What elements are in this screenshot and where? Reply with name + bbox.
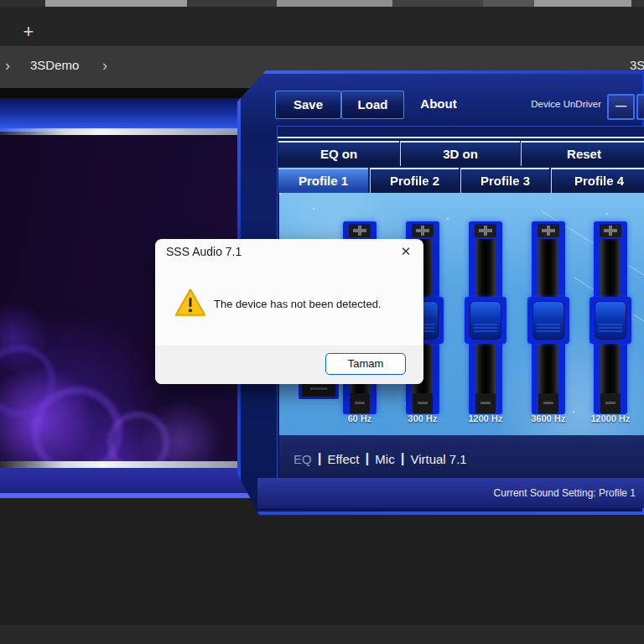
menu-separator: |: [401, 450, 405, 467]
eq-on-button[interactable]: EQ on: [278, 141, 399, 166]
device-status-label: Device UnDriver: [502, 91, 601, 117]
chevron-right-icon[interactable]: ›: [5, 56, 10, 75]
tab-profile-1[interactable]: Profile 1: [278, 168, 368, 193]
load-button[interactable]: Load: [341, 91, 404, 119]
drag-handle-icon[interactable]: [475, 224, 496, 237]
drag-handle-icon[interactable]: [349, 224, 371, 237]
ok-button[interactable]: Tamam: [325, 353, 406, 375]
close-icon[interactable]: ✕: [397, 243, 414, 260]
dialog-title: SSS Audio 7.1: [166, 245, 242, 258]
tab-bar: +: [0, 7, 644, 47]
breadcrumb-item[interactable]: 3SDemo: [30, 58, 79, 72]
thumbnail-strip: [0, 0, 644, 7]
slider-bottom-cap: [600, 393, 621, 413]
message-dialog: SSS Audio 7.1 ✕ The device has not been …: [155, 239, 423, 384]
tab-profile-3[interactable]: Profile 3: [460, 168, 549, 193]
save-button[interactable]: Save: [275, 91, 341, 119]
eq-slider-thumb[interactable]: [595, 301, 626, 340]
menu-item-virtual71[interactable]: Virtual 7.1: [410, 452, 466, 466]
breadcrumb-clipped-text: 3S: [630, 58, 644, 72]
eq-band-label: 300 Hz: [393, 413, 452, 423]
menu-separator: |: [366, 450, 370, 467]
menu-separator: |: [318, 450, 322, 467]
new-tab-icon[interactable]: +: [18, 22, 39, 42]
slider-bottom-cap: [350, 393, 370, 413]
drag-handle-icon[interactable]: [538, 224, 559, 237]
menu-item-eq[interactable]: EQ: [293, 452, 312, 466]
eq-band-label: 60 Hz: [330, 413, 389, 423]
chevron-right-icon[interactable]: ›: [102, 56, 107, 75]
menu-item-mic[interactable]: Mic: [375, 452, 394, 466]
eq-band-label: 3600 Hz: [519, 413, 578, 423]
minimize-button[interactable]: —: [607, 94, 635, 120]
eq-slider-thumb[interactable]: [470, 301, 501, 340]
sparkle-decoration: [279, 193, 281, 195]
drag-handle-icon[interactable]: [600, 224, 621, 237]
warning-icon: [174, 286, 207, 319]
eq-band-label: 1200 Hz: [456, 413, 515, 423]
eq-band-label: 12000 Hz: [581, 413, 640, 423]
3d-on-button[interactable]: 3D on: [400, 141, 520, 166]
status-bar: Current Sound Setting: Profile 1: [257, 478, 644, 508]
panel-top-line: [278, 137, 644, 138]
drag-handle-icon[interactable]: [412, 224, 434, 237]
about-button[interactable]: About: [409, 91, 468, 117]
slider-bottom-cap: [538, 393, 558, 413]
bottom-menu: EQ | Effect | Mic | Virtual 7.1: [279, 435, 644, 482]
dialog-message: The device has not been detected.: [214, 298, 407, 310]
window-control-partial[interactable]: [636, 94, 644, 120]
slider-bottom-cap: [413, 393, 433, 413]
desktop-bottom-strip: [0, 625, 644, 644]
reset-button[interactable]: Reset: [521, 141, 644, 166]
dialog-footer: Tamam: [155, 345, 423, 384]
tab-profile-2[interactable]: Profile 2: [370, 168, 459, 193]
eq-slider-thumb[interactable]: [532, 301, 564, 340]
slider-bottom-cap: [475, 393, 496, 413]
tab-profile-4[interactable]: Profile 4: [551, 168, 644, 193]
menu-item-effect[interactable]: Effect: [327, 452, 359, 466]
